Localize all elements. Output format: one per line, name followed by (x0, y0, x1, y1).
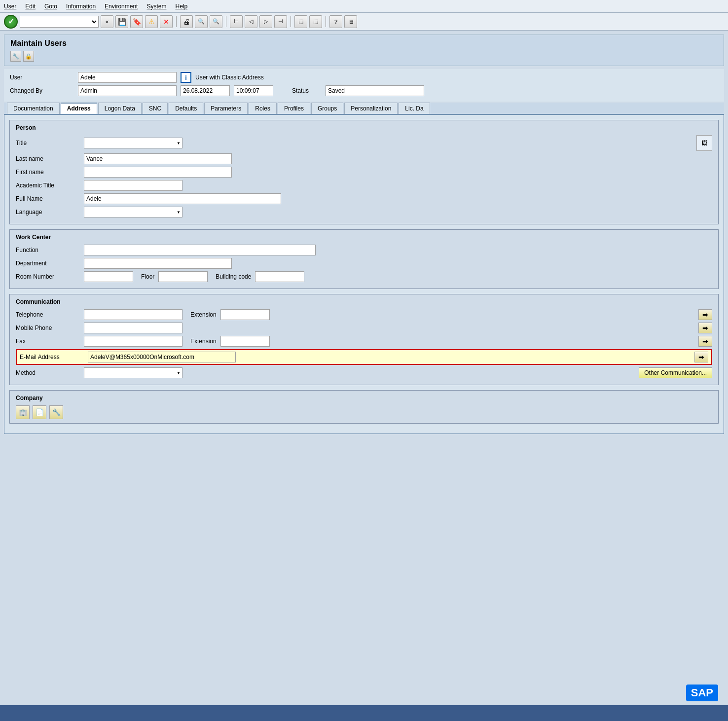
date-field (181, 85, 230, 96)
method-label: Method (16, 369, 80, 376)
fax-arrow-icon[interactable]: ➡ (698, 336, 712, 347)
save-icon[interactable]: 💾 (115, 15, 128, 28)
changed-by-row: Changed By Status (10, 85, 718, 96)
title-select[interactable] (84, 138, 182, 148)
next-page-icon[interactable]: ▷ (259, 15, 272, 28)
email-arrow-icon[interactable]: ➡ (694, 352, 708, 362)
back-double-icon[interactable]: « (101, 15, 113, 28)
menu-edit[interactable]: Edit (25, 3, 36, 10)
alert-icon[interactable]: ⚠ (145, 15, 158, 28)
communication-title: Communication (16, 298, 712, 305)
separator-1 (176, 16, 177, 27)
cancel-icon[interactable]: ✕ (160, 15, 173, 28)
language-select[interactable] (84, 207, 182, 217)
tab-snc[interactable]: SNC (143, 103, 168, 114)
tab-personalization[interactable]: Personalization (344, 103, 398, 114)
function-label: Function (16, 247, 80, 253)
full-name-field[interactable] (84, 193, 281, 204)
first-name-field[interactable] (84, 167, 232, 178)
academic-title-field[interactable] (84, 180, 182, 191)
full-name-label: Full Name (16, 195, 80, 202)
shortcut-icon[interactable]: 🔖 (130, 15, 143, 28)
tab-address[interactable]: Address (61, 103, 97, 114)
address-tab-content: Person Title 🖼 Last name First name (4, 115, 724, 434)
prev-page-icon[interactable]: ◁ (245, 15, 257, 28)
menu-information[interactable]: Information (66, 3, 96, 10)
fax-row: Fax Extension ➡ (16, 336, 712, 347)
work-center-section: Work Center Function Department Room Num… (9, 229, 719, 289)
menu-goto[interactable]: Goto (44, 3, 57, 10)
time-field (234, 85, 273, 96)
mobile-field[interactable] (84, 323, 182, 333)
mobile-row: Mobile Phone ➡ (16, 323, 712, 333)
person-section-title: Person (16, 124, 712, 131)
first-name-row: First name (16, 167, 712, 178)
tab-roles[interactable]: Roles (249, 103, 277, 114)
first-page-icon[interactable]: ⊢ (230, 15, 243, 28)
other-communication-button[interactable]: Other Communication... (639, 367, 712, 378)
mobile-arrow-icon[interactable]: ➡ (698, 323, 712, 333)
last-name-field[interactable] (84, 153, 232, 164)
telephone-field[interactable] (84, 309, 182, 320)
changed-by-label: Changed By (10, 87, 74, 94)
separator-3 (291, 16, 291, 27)
user-row: User i User with Classic Address (10, 72, 718, 83)
company-building-icon[interactable]: 🏢 (16, 405, 30, 419)
department-row: Department (16, 258, 712, 269)
function-field[interactable] (84, 245, 316, 255)
status-label: Status (292, 87, 322, 94)
user-info-section: User i User with Classic Address Changed… (4, 69, 724, 102)
floor-field[interactable] (158, 271, 208, 282)
find-next-icon[interactable]: 🔍 (210, 15, 222, 28)
telephone-arrow-icon[interactable]: ➡ (698, 309, 712, 320)
monitor-icon[interactable]: 🖥 (344, 15, 357, 28)
company-tools-icon[interactable]: 🔧 (49, 405, 63, 419)
menu-user[interactable]: User (4, 3, 16, 10)
tab-defaults[interactable]: Defaults (169, 103, 203, 114)
tab-logon-data[interactable]: Logon Data (98, 103, 142, 114)
company-section: Company 🏢 📄 🔧 (9, 390, 719, 424)
nav-icon-1[interactable]: ⬚ (294, 15, 307, 28)
menu-system[interactable]: System (146, 3, 166, 10)
email-field[interactable] (88, 352, 236, 362)
last-page-icon[interactable]: ⊣ (274, 15, 287, 28)
header-tools-icon[interactable]: 🔧 (10, 51, 21, 62)
fax-field[interactable] (84, 336, 182, 347)
nav-icon-2[interactable]: ⬚ (309, 15, 322, 28)
tab-lic-data[interactable]: Lic. Da (399, 103, 430, 114)
communication-section: Communication Telephone Extension ➡ Mobi… (9, 294, 719, 385)
menu-help[interactable]: Help (175, 3, 187, 10)
department-field[interactable] (84, 258, 232, 269)
fax-label: Fax (16, 338, 80, 345)
portrait-icon[interactable]: 🖼 (696, 135, 712, 151)
header-lock-icon[interactable]: 🔒 (23, 51, 34, 62)
method-select[interactable] (84, 367, 182, 378)
tab-parameters[interactable]: Parameters (204, 103, 248, 114)
user-value-field[interactable] (78, 72, 177, 83)
company-document-icon[interactable]: 📄 (33, 405, 46, 419)
menu-bar: User Edit Goto Information Environment S… (0, 0, 728, 13)
tab-documentation[interactable]: Documentation (7, 103, 60, 114)
tab-profiles[interactable]: Profiles (278, 103, 310, 114)
function-row: Function (16, 245, 712, 255)
tab-groups[interactable]: Groups (311, 103, 343, 114)
fax-extension-field[interactable] (220, 336, 270, 347)
print-icon[interactable]: 🖨 (180, 15, 193, 28)
fax-extension-label: Extension (190, 338, 217, 345)
academic-title-label: Academic Title (16, 182, 80, 189)
info-icon[interactable]: i (181, 72, 191, 83)
extension-label: Extension (190, 311, 217, 318)
check-icon[interactable]: ✓ (4, 15, 18, 29)
menu-environment[interactable]: Environment (105, 3, 138, 10)
building-code-field[interactable] (255, 271, 304, 282)
page-title: Maintain Users (10, 39, 718, 48)
command-field[interactable] (20, 16, 99, 28)
extension-field[interactable] (220, 309, 270, 320)
language-label: Language (16, 209, 80, 216)
find-icon[interactable]: 🔍 (195, 15, 208, 28)
help-icon[interactable]: ? (329, 15, 342, 28)
room-number-field[interactable] (84, 271, 133, 282)
method-row: Method Other Communication... (16, 367, 712, 378)
telephone-row: Telephone Extension ➡ (16, 309, 712, 320)
changed-by-field[interactable] (78, 85, 177, 96)
